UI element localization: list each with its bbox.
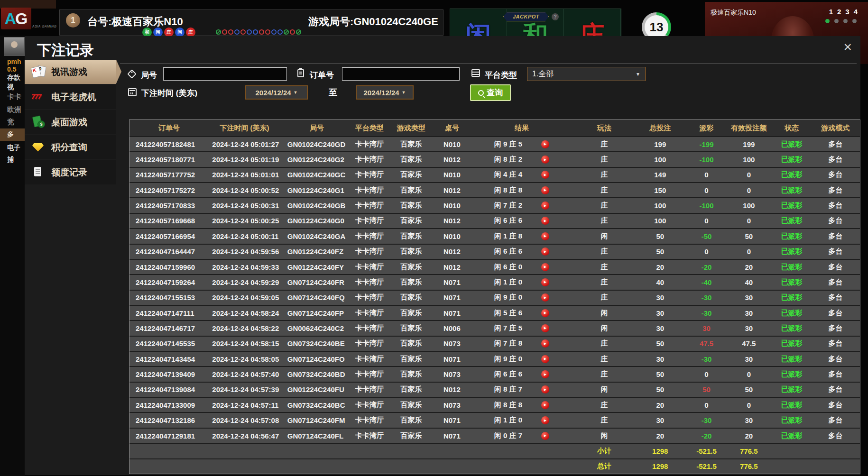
sidebar-item[interactable]: 欧洲 xyxy=(0,105,25,114)
countdown-value: 13 xyxy=(645,15,668,39)
date-range-to-label: 至 xyxy=(329,87,337,98)
menu-item[interactable]: 积分查询 xyxy=(25,135,116,159)
replay-play-icon[interactable]: ▶ xyxy=(541,293,549,302)
date-to-select[interactable]: 2024/12/24 ▼ xyxy=(356,85,414,100)
replay-play-icon[interactable]: ▶ xyxy=(541,201,549,210)
replay-play-icon[interactable]: ▶ xyxy=(541,232,549,240)
replay-play-icon[interactable]: ▶ xyxy=(541,186,549,194)
search-icon xyxy=(478,90,484,96)
replay-play-icon[interactable]: ▶ xyxy=(541,217,549,225)
table-header-row: 订单号下注时间 (美东)局号平台类型游戏类型桌号结果玩法总投注派彩有效投注额状态… xyxy=(129,120,860,136)
replay-play-icon[interactable]: ▶ xyxy=(541,416,549,424)
chevron-down-icon: ▼ xyxy=(636,72,640,77)
video-table-title: 极速百家乐N10 xyxy=(711,9,756,17)
replay-play-icon[interactable]: ▶ xyxy=(541,355,549,363)
platform-select[interactable]: 1.全部 ▼ xyxy=(527,67,646,81)
sidebar-item[interactable]: 卡卡 xyxy=(0,92,25,101)
logo-letter-a: A xyxy=(4,9,15,28)
column-header: 游戏类型 xyxy=(386,124,436,133)
camera-indicators xyxy=(825,19,857,23)
jackpot-badge: JACKPOT xyxy=(503,12,549,21)
table-row: 2412240471291812024-12-24 04:56:47GN0712… xyxy=(129,428,860,443)
user-avatar[interactable] xyxy=(4,37,25,56)
column-header: 下注时间 (美东) xyxy=(208,124,280,133)
column-header: 平台类型 xyxy=(353,124,386,133)
jackpot-help-icon[interactable]: ? xyxy=(552,13,559,20)
sidebar-item[interactable]: 电子 xyxy=(0,144,25,152)
replay-play-icon[interactable]: ▶ xyxy=(541,385,549,394)
column-header: 桌号 xyxy=(436,124,468,133)
tag-icon xyxy=(127,69,137,79)
search-button-label: 查询 xyxy=(487,87,503,98)
clipboard-icon xyxy=(297,69,304,77)
column-header: 派彩 xyxy=(688,124,726,133)
replay-play-icon[interactable]: ▶ xyxy=(541,140,549,148)
sidebar-item[interactable]: 存款 xyxy=(0,73,25,82)
replay-play-icon[interactable]: ▶ xyxy=(541,171,549,179)
ag-logo: AG xyxy=(1,8,31,29)
menu-item-label: 视讯游戏 xyxy=(51,66,87,78)
round-number-input[interactable] xyxy=(163,67,287,81)
sidebar-item[interactable]: 多 xyxy=(0,128,25,141)
table-row: 2412240471394092024-12-24 04:57:40GN0732… xyxy=(129,366,860,381)
game-round-label: 游戏局号:GN01024C240GE xyxy=(308,15,438,29)
road-ring-marker xyxy=(234,29,240,35)
table-row: 2412240471599602024-12-24 04:59:33GN0122… xyxy=(129,259,860,274)
replay-play-icon[interactable]: ▶ xyxy=(541,401,549,409)
table-number-badge: 1 xyxy=(66,13,80,27)
close-icon[interactable]: × xyxy=(843,40,852,54)
replay-play-icon[interactable]: ▶ xyxy=(541,432,549,440)
table-row: 2412240471390842024-12-24 04:57:39GN0122… xyxy=(129,382,860,397)
camera-dot xyxy=(834,19,839,23)
bead-marker: 庄 xyxy=(186,27,195,37)
menu-item-label: 额度记录 xyxy=(51,166,87,179)
camera-number[interactable]: 4 xyxy=(854,8,858,16)
camera-number[interactable]: 3 xyxy=(845,8,849,16)
replay-play-icon[interactable]: ▶ xyxy=(541,324,549,332)
replay-play-icon[interactable]: ▶ xyxy=(541,156,549,164)
sidebar-item[interactable]: 0.5 xyxy=(0,65,25,73)
replay-play-icon[interactable]: ▶ xyxy=(541,247,549,256)
column-header: 玩法 xyxy=(576,124,633,133)
column-header: 结果 xyxy=(468,124,576,133)
table-row: 2412240571777522024-12-24 05:01:01GN0102… xyxy=(129,167,860,182)
table-row: 2412240471592642024-12-24 04:59:29GN0712… xyxy=(129,274,860,289)
camera-selector: 1234 xyxy=(829,8,858,16)
bet-time-label: 下注时间 (美东) xyxy=(141,88,197,99)
menu-item[interactable]: 桌面游戏 xyxy=(25,110,116,134)
road-ring-marker xyxy=(277,29,283,35)
road-ring-marker xyxy=(247,29,252,35)
table-row: 2412240571752722024-12-24 05:00:52GN0122… xyxy=(129,182,860,197)
bead-marker: 和 xyxy=(142,27,152,37)
table-games-icon xyxy=(31,116,46,129)
platform-filter-label: 平台类型 xyxy=(485,70,517,81)
search-button[interactable]: 查询 xyxy=(470,84,511,101)
sidebar-item[interactable]: 捕 xyxy=(0,156,25,164)
road-ring-marker xyxy=(290,29,295,35)
sidebar-item[interactable]: 竞 xyxy=(0,118,25,127)
replay-play-icon[interactable]: ▶ xyxy=(541,278,549,286)
table-row: 2412240471455352024-12-24 04:58:15GN0732… xyxy=(129,336,860,351)
platform-select-value: 1.全部 xyxy=(532,69,554,79)
order-number-input[interactable] xyxy=(342,67,460,81)
video-cards-icon xyxy=(31,65,46,79)
replay-play-icon[interactable]: ▶ xyxy=(541,263,549,271)
camera-number[interactable]: 1 xyxy=(829,8,833,16)
chevron-down-icon: ▼ xyxy=(402,90,406,95)
sidebar-item[interactable]: 视 xyxy=(0,83,25,92)
menu-item[interactable]: 视讯游戏 xyxy=(25,60,116,84)
menu-item[interactable]: 电子老虎机 xyxy=(25,85,116,109)
menu-item[interactable]: 额度记录 xyxy=(25,160,116,184)
replay-play-icon[interactable]: ▶ xyxy=(541,370,549,378)
bead-marker: 闲 xyxy=(175,27,185,37)
date-from-select[interactable]: 2024/12/24 ▼ xyxy=(245,85,308,100)
menu-item-label: 电子老虎机 xyxy=(51,91,96,103)
replay-play-icon[interactable]: ▶ xyxy=(541,339,549,348)
date-to-value: 2024/12/24 xyxy=(364,89,399,97)
sidebar-item[interactable]: pmh xyxy=(0,58,25,65)
modal-title: 下注记录 xyxy=(37,41,94,60)
chevron-down-icon: ▼ xyxy=(294,90,298,95)
records-doc-icon xyxy=(31,166,46,179)
camera-number[interactable]: 2 xyxy=(837,8,841,16)
replay-play-icon[interactable]: ▶ xyxy=(541,309,549,317)
